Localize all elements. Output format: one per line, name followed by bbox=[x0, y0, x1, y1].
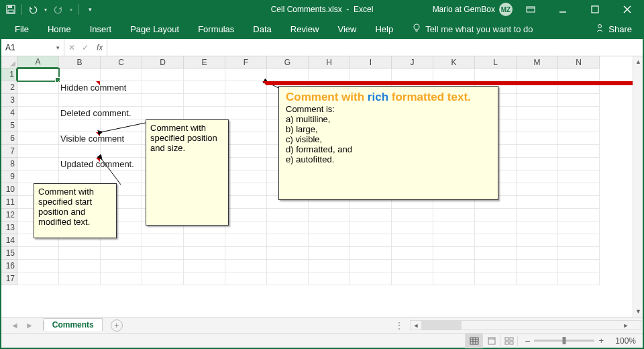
view-normal-icon[interactable] bbox=[465, 334, 482, 348]
share-button[interactable]: Share bbox=[595, 23, 639, 35]
name-box[interactable]: A1 ▾ bbox=[1, 39, 64, 56]
tab-data[interactable]: Data bbox=[244, 19, 280, 39]
account-name[interactable]: Mario at GemBox bbox=[433, 5, 495, 14]
col-L[interactable]: L bbox=[475, 56, 517, 68]
tab-view[interactable]: View bbox=[328, 19, 366, 39]
formula-input[interactable] bbox=[107, 39, 643, 56]
fx-icon[interactable]: fx bbox=[95, 43, 103, 52]
tell-me[interactable]: Tell me what you want to do bbox=[407, 23, 538, 35]
col-M[interactable]: M bbox=[517, 56, 558, 68]
scroll-right-icon[interactable]: ► bbox=[621, 322, 631, 329]
scroll-up-icon[interactable]: ▲ bbox=[633, 56, 643, 67]
undo-dropdown-icon[interactable]: ▾ bbox=[42, 3, 49, 16]
col-D[interactable]: D bbox=[142, 56, 184, 68]
comment-box-updated[interactable]: Comment with specified start position an… bbox=[34, 183, 117, 238]
row-8[interactable]: 8 bbox=[1, 158, 17, 170]
tab-split-icon[interactable]: ⋮ bbox=[388, 321, 410, 330]
tab-formulas[interactable]: Formulas bbox=[189, 19, 244, 39]
row-6[interactable]: 6 bbox=[1, 132, 17, 145]
formula-bar: A1 ▾ ✕ ✓ fx bbox=[1, 39, 643, 56]
comment-indicator-icon bbox=[96, 81, 100, 85]
zoom-slider[interactable] bbox=[534, 340, 594, 342]
comment-box-rich[interactable]: Comment with rich formatted text. Commen… bbox=[278, 86, 498, 200]
row-1[interactable]: 1 bbox=[1, 68, 17, 81]
row-17[interactable]: 17 bbox=[1, 272, 17, 285]
cell-B4[interactable]: Deleted comment. bbox=[59, 107, 101, 119]
cancel-icon[interactable]: ✕ bbox=[68, 43, 75, 52]
zoom-out-icon[interactable]: − bbox=[525, 336, 530, 346]
hscroll-thumb[interactable] bbox=[421, 321, 462, 330]
col-K[interactable]: K bbox=[433, 56, 475, 68]
row-4[interactable]: 4 bbox=[1, 107, 17, 119]
cell-B8[interactable]: Updated comment. bbox=[59, 158, 101, 170]
row-7[interactable]: 7 bbox=[1, 145, 17, 158]
minimize-icon[interactable] bbox=[549, 0, 577, 19]
save-icon[interactable] bbox=[4, 3, 17, 16]
comment-box-visible[interactable]: Comment with specified position and size… bbox=[146, 119, 229, 226]
row-9[interactable]: 9 bbox=[1, 170, 17, 183]
lightbulb-icon bbox=[412, 23, 421, 35]
col-F[interactable]: F bbox=[225, 56, 267, 68]
tab-home[interactable]: Home bbox=[38, 19, 80, 39]
col-I[interactable]: I bbox=[350, 56, 392, 68]
col-B[interactable]: B bbox=[59, 56, 101, 68]
row-2[interactable]: 2 bbox=[1, 81, 17, 94]
svg-rect-6 bbox=[592, 6, 598, 13]
tab-review[interactable]: Review bbox=[281, 19, 329, 39]
row-12[interactable]: 12 bbox=[1, 209, 17, 221]
row-13[interactable]: 13 bbox=[1, 221, 17, 234]
qat-customize-icon[interactable]: ▾ bbox=[83, 3, 97, 16]
column-headers: A B C D E F G H I J K L M N bbox=[17, 56, 600, 68]
check-icon[interactable]: ✓ bbox=[82, 43, 89, 52]
tab-help[interactable]: Help bbox=[366, 19, 402, 39]
maximize-icon[interactable] bbox=[581, 0, 609, 19]
zoom-percent[interactable]: 100% bbox=[608, 336, 636, 346]
comment-indicator-icon bbox=[262, 81, 643, 85]
cell-B2[interactable]: Hidden comment bbox=[59, 81, 101, 94]
cell-A1[interactable] bbox=[17, 68, 59, 81]
col-E[interactable]: E bbox=[184, 56, 225, 68]
col-N[interactable]: N bbox=[558, 56, 600, 68]
horizontal-scrollbar[interactable]: ◄ ► bbox=[410, 320, 631, 330]
cell-B6[interactable]: Visible comment bbox=[59, 132, 101, 145]
scroll-down-icon[interactable]: ▼ bbox=[633, 306, 643, 317]
row-10[interactable]: 10 bbox=[1, 183, 17, 196]
tab-file[interactable]: File bbox=[5, 19, 38, 39]
svg-rect-24 bbox=[505, 342, 508, 344]
zoom-in-icon[interactable]: + bbox=[598, 336, 604, 346]
view-pagelayout-icon[interactable] bbox=[482, 334, 500, 348]
close-icon[interactable] bbox=[613, 0, 641, 19]
name-box-dropdown-icon[interactable]: ▾ bbox=[56, 44, 60, 51]
view-pagebreak-icon[interactable] bbox=[500, 334, 517, 348]
row-3[interactable]: 3 bbox=[1, 94, 17, 107]
ribbon-collapse-icon[interactable] bbox=[517, 0, 545, 19]
select-all-corner[interactable] bbox=[1, 56, 17, 68]
avatar[interactable]: MZ bbox=[499, 3, 513, 16]
col-G[interactable]: G bbox=[267, 56, 309, 68]
row-16[interactable]: 16 bbox=[1, 260, 17, 272]
vertical-scrollbar[interactable]: ▲ ▼ bbox=[633, 56, 643, 317]
row-5[interactable]: 5 bbox=[1, 119, 17, 132]
sheet-nav-next-icon[interactable]: ► bbox=[25, 321, 34, 330]
row-15[interactable]: 15 bbox=[1, 247, 17, 260]
col-C[interactable]: C bbox=[101, 56, 142, 68]
sheet-tab-strip: ◄ ► Comments + ⋮ ◄ ► bbox=[1, 317, 643, 333]
row-11[interactable]: 11 bbox=[1, 196, 17, 209]
tab-page-layout[interactable]: Page Layout bbox=[121, 19, 189, 39]
svg-rect-25 bbox=[510, 342, 513, 344]
rich-comment-title: Comment with rich formatted text. bbox=[286, 91, 491, 104]
row-14[interactable]: 14 bbox=[1, 234, 17, 247]
col-H[interactable]: H bbox=[309, 56, 350, 68]
sheet-tab-comments[interactable]: Comments bbox=[44, 318, 103, 331]
tab-insert[interactable]: Insert bbox=[80, 19, 121, 39]
add-sheet-button[interactable]: + bbox=[111, 319, 123, 332]
col-J[interactable]: J bbox=[392, 56, 433, 68]
sheet-nav-prev-icon[interactable]: ◄ bbox=[11, 321, 19, 330]
redo-dropdown-icon[interactable]: ▾ bbox=[68, 3, 74, 16]
ribbon-tabs: File Home Insert Page Layout Formulas Da… bbox=[0, 19, 644, 39]
undo-icon[interactable] bbox=[26, 3, 40, 16]
comment-indicator-icon bbox=[96, 132, 100, 136]
scroll-left-icon[interactable]: ◄ bbox=[411, 322, 421, 329]
col-A[interactable]: A bbox=[17, 56, 59, 68]
redo-icon[interactable] bbox=[52, 3, 65, 16]
